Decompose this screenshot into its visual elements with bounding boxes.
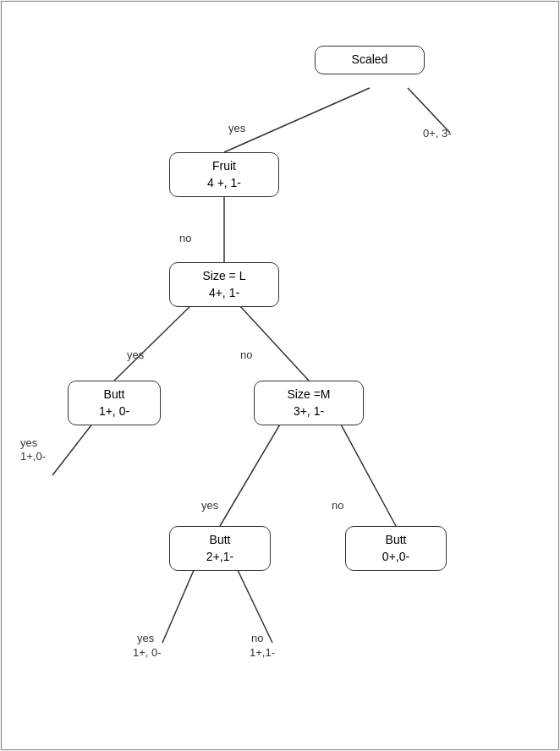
node-butt1-label2: 1+, 0- [99,404,129,418]
node-fruit-label2: 4 +, 1- [207,176,241,189]
edge-label-03: 0+, 3- [423,127,452,140]
node-butt3-label2: 0+,0- [382,550,409,563]
node-butt3-label1: Butt [386,533,407,546]
node-butt1: Butt 1+, 0- [68,381,161,425]
node-butt1-label1: Butt [104,387,125,401]
edge-label-yes1: yes [228,122,245,134]
svg-line-4 [239,304,309,381]
svg-line-7 [340,423,396,526]
edges-svg [2,2,560,751]
svg-line-5 [52,423,93,475]
node-scaled-label: Scaled [352,52,388,66]
node-butt2: Butt 2+,1- [169,526,271,571]
edge-label-no4: no [251,632,263,644]
svg-line-0 [224,88,370,152]
svg-line-6 [220,423,281,526]
edge-label-yes3: yes [20,436,37,449]
edge-label-no2: no [240,348,252,361]
svg-line-8 [162,568,195,643]
svg-line-3 [114,304,192,381]
edge-label-yes2: yes [127,348,144,361]
node-butt3: Butt 0+,0- [345,526,447,571]
edge-label-no3: no [332,499,343,512]
edge-label-leaf-11: 1+,1- [250,646,275,659]
node-sizel-label1: Size = L [203,269,246,282]
node-sizel-label2: 4+, 1- [209,286,239,299]
node-butt2-label1: Butt [210,533,231,546]
node-butt2-label2: 2+,1- [206,550,233,563]
edge-label-no1: no [179,232,191,244]
edge-label-yes5: yes [137,632,154,644]
node-fruit: Fruit 4 +, 1- [169,152,279,197]
node-scaled: Scaled [315,46,425,74]
node-size-l: Size = L 4+, 1- [169,262,279,307]
node-fruit-label1: Fruit [212,159,236,173]
node-size-m: Size =M 3+, 1- [254,381,364,425]
edge-label-yes4: yes [201,499,218,512]
edge-label-leaf-10b: 1+, 0- [133,646,162,659]
node-sizem-label2: 3+, 1- [294,404,324,418]
node-sizem-label1: Size =M [288,387,331,401]
diagram-canvas: Scaled Fruit 4 +, 1- Size = L 4+, 1- But… [1,1,559,750]
edge-label-leaf-10: 1+,0- [20,450,46,463]
